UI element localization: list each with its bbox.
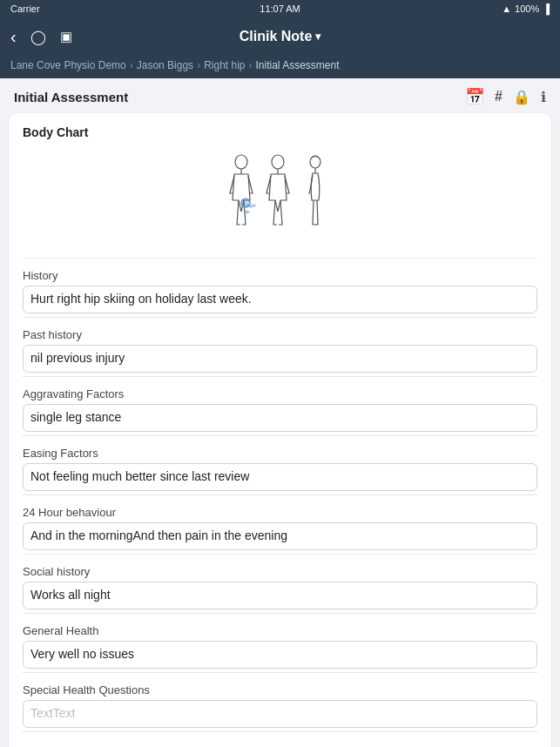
special-health-label: Special Health Questions [23,683,537,697]
aggravating-section: Aggravating Factors single leg stance [23,376,537,432]
calendar-nav-button[interactable]: ▣ [60,29,72,44]
battery-icon: ▐ [543,3,550,14]
breadcrumb-item-3: Initial Assessment [256,59,340,71]
dropdown-icon[interactable]: ▾ [315,30,320,43]
past-history-value[interactable]: nil previous injury [23,345,537,373]
body-chart-section: Body Chart [23,125,537,251]
hour-behaviour-section: 24 Hour behaviour And in the morningAnd … [23,495,537,550]
hash-icon[interactable]: # [495,89,503,104]
easing-section: Easing Factors Not feeling much better s… [23,435,537,491]
body-figures-svg[interactable]: Right hip [202,151,359,246]
aggravating-label: Aggravating Factors [23,387,537,400]
calendar-icon[interactable]: 📅 [465,87,484,106]
breadcrumb-item-2[interactable]: Right hip [204,59,245,71]
nav-bar: ‹ ◯ ▣ Clinik Note ▾ [0,17,560,56]
general-health-label: General Health [23,624,537,637]
social-history-value[interactable]: Works all night [23,582,537,609]
history-section: History Hurt right hip skiing on holiday… [23,258,537,313]
past-history-section: Past history nil previous injury [23,317,537,373]
info-icon[interactable]: ℹ [541,89,546,105]
easing-label: Easing Factors [23,447,537,460]
status-bar: Carrier 11:07 AM ▲ 100% ▐ [0,0,560,17]
svg-text:hip: hip [244,209,250,214]
easing-value[interactable]: Not feeling much better since last revie… [23,463,537,491]
hour-behaviour-label: 24 Hour behaviour [23,506,537,519]
page-title: Initial Assessment [14,90,128,104]
section-header: Initial Assessment 📅 # 🔒 ℹ [0,78,560,113]
main-card: Body Chart [9,113,551,747]
history-value[interactable]: Hurt right hip skiing on holiday last we… [23,286,537,313]
special-health-section: Special Health Questions Text [23,672,537,728]
status-icons: ▲ 100% ▐ [502,3,550,14]
nav-title: Clinik Note ▾ [240,29,321,44]
battery-label: 100% [515,3,539,14]
aggravating-value[interactable]: single leg stance [23,404,537,432]
hour-behaviour-value[interactable]: And in the morningAnd then pain in the e… [23,522,537,550]
breadcrumb-item-0[interactable]: Lane Cove Physio Demo [10,59,126,71]
lock-icon[interactable]: 🔒 [513,89,530,105]
time-label: 11:07 AM [260,3,300,14]
special-health-value[interactable]: Text [23,700,537,728]
profile-button[interactable]: ◯ [30,29,46,45]
social-history-label: Social history [23,565,537,578]
nav-bar-left: ‹ ◯ ▣ [10,27,72,47]
general-health-value[interactable]: Very well no issues [23,641,537,669]
breadcrumb: Lane Cove Physio Demo › Jason Biggs › Ri… [0,56,560,78]
back-button[interactable]: ‹ [10,27,17,47]
history-label: History [23,269,537,282]
svg-text:Right: Right [246,203,256,208]
health-row-1-section: Heart Text Diabetes Text Cancer Text [23,731,537,747]
body-chart-label: Body Chart [23,125,537,139]
header-icons: 📅 # 🔒 ℹ [465,87,546,106]
social-history-section: Social history Works all night [23,554,537,609]
svg-point-0 [235,155,247,169]
wifi-icon: ▲ [502,3,511,14]
breadcrumb-item-1[interactable]: Jason Biggs [137,59,193,71]
svg-point-3 [272,155,284,169]
general-health-section: General Health Very well no issues [23,613,537,669]
past-history-label: Past history [23,328,537,341]
carrier-label: Carrier [10,3,40,14]
body-chart-image[interactable]: Right hip [23,146,537,251]
